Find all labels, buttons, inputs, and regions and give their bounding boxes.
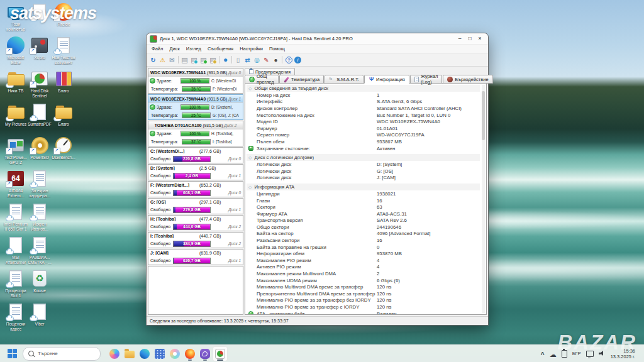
minimize-button[interactable]: – [455, 34, 465, 43]
disk-detect-icon[interactable] [180, 55, 189, 65]
tab-log[interactable]: Журнал (Log) [410, 75, 442, 84]
overlay-badge-icon [6, 116, 14, 121]
maximize-button[interactable]: □ [465, 34, 475, 43]
menu-item[interactable]: Помощ [266, 46, 288, 52]
volume-icon[interactable] [599, 351, 606, 356]
clock-date: 13.3.2025 г. [611, 354, 635, 359]
overlay-badge-icon [6, 216, 14, 221]
titlebar[interactable]: Диск 1, WDC WD10EZEX-75WN4A0 [WD-WCC6Y7C… [147, 33, 488, 45]
disk-item[interactable]: WDC WD10EZEX-75WN4A1 (931,5 GB) Диск 0 З… [148, 68, 243, 94]
desktop-icon[interactable]: Искрен Иванов... [28, 201, 52, 234]
close-button[interactable]: × [475, 34, 485, 43]
desktop-icon[interactable]: Този компютър [4, 1, 28, 35]
edge-icon[interactable] [137, 346, 152, 361]
gpu-icon [6, 136, 25, 155]
partition-item[interactable]: F: [WesternDigit...] (653,2 GB) Свободно… [148, 181, 243, 197]
start-button[interactable] [8, 349, 18, 359]
section-title: Диск с логически дял(ове) [254, 155, 314, 160]
info-value: D: [System] [377, 162, 402, 167]
usb-device-icon[interactable] [562, 350, 567, 358]
network-icon[interactable] [252, 55, 262, 65]
desktop-icon[interactable]: Пощенски адрес [4, 301, 28, 334]
online-globe-icon[interactable] [221, 55, 230, 65]
firefox-icon[interactable] [182, 346, 197, 361]
taskbar-search-input[interactable]: Търсене [23, 347, 101, 361]
desktop-icon[interactable]: За екран хардуера... [28, 168, 52, 201]
desktop-icon[interactable]: Благо [52, 101, 75, 134]
menu-item[interactable]: Съобщения [204, 46, 236, 52]
desktop-icon[interactable]: РАЗШИА... СМЕТКА - ... [28, 234, 52, 268]
paint-icon[interactable] [167, 346, 182, 361]
partition-item[interactable]: G: [OS] (297,1 GB) Свободно 279,8 GB Дис… [148, 198, 243, 214]
desktop-icon[interactable]: PowerISO [28, 134, 52, 168]
language-indicator[interactable]: БГР [572, 351, 581, 356]
desktop-icon[interactable]: SumatraPDF [28, 101, 52, 134]
disk-item[interactable]: TOSHIBA DT01ACA100 (931,5 GB) Диск 2 Здр… [148, 121, 243, 146]
tray-chevron-icon[interactable] [541, 348, 545, 359]
network-icon[interactable] [586, 351, 594, 357]
settings-icon[interactable] [271, 55, 280, 65]
desktop-icon[interactable]: Xqpro [28, 35, 52, 68]
menu-item[interactable]: Диск [166, 46, 182, 52]
clipboard-icon[interactable] [233, 55, 243, 65]
help-icon[interactable] [286, 57, 292, 63]
desktop-icon[interactable]: Firefox [52, 1, 75, 35]
desktop-icon[interactable]: Viber [28, 301, 52, 334]
desktop-icon[interactable]: TechPowe... GPU-Z [4, 134, 28, 168]
desktop-icon[interactable] [28, 1, 52, 35]
disk-test-icon[interactable] [189, 55, 199, 65]
toolbar [147, 53, 488, 67]
partition-item[interactable]: D: [System] (2,5 GB) Свободно 2,4 GB Дис… [148, 164, 243, 180]
menu-item[interactable]: Файл [148, 46, 166, 52]
desktop-icon[interactable]: AIDA64 Extrem... [4, 168, 28, 201]
desktop-icon[interactable]: Процесори Slot 1 [4, 268, 28, 301]
desktop-icon[interactable]: My Pictures [4, 101, 28, 134]
alert-icon[interactable] [158, 55, 167, 65]
desktop-icon[interactable]: Благо [52, 68, 75, 101]
desktop-icon[interactable]: Microsoft Edge [4, 35, 28, 68]
desktop-icon[interactable]: Intel Pentium II 650 Slot 1 [4, 201, 28, 234]
desktop-icon[interactable]: Ники ТВ [4, 68, 28, 101]
menu-item[interactable]: Настройки [236, 46, 266, 52]
partition-disk-number: Диск 2 [211, 224, 241, 229]
disk-item[interactable]: WDC WD10EZEX-75WN4A0 (931,5 GB) Диск 1 З… [148, 94, 243, 120]
tab-overview[interactable]: Общ преглед [245, 75, 279, 84]
partition-item[interactable]: I: [Toshiba] (440,7 GB) Свободно 384,9 G… [148, 232, 243, 248]
free-space-value: 2,4 GB [186, 173, 199, 178]
info-bubble-icon[interactable] [294, 57, 301, 63]
menu-item[interactable]: Изглед [183, 46, 204, 52]
partition-item[interactable]: J: [CAM] (631,9 GB) Свободно 626,7 GB Ди… [148, 249, 243, 265]
scrollbar-thumb[interactable] [482, 91, 485, 140]
taskbar-clock[interactable]: 15:36 13.3.2025 г. [611, 348, 635, 359]
hard-disk-sentinel-icon[interactable] [213, 346, 228, 361]
pc-edit-icon[interactable] [262, 55, 271, 65]
partition-item[interactable]: H: [Toshiba] (477,4 GB) Свободно 444,0 G… [148, 215, 243, 231]
disk-search-icon[interactable] [208, 55, 218, 65]
tab-information[interactable]: Информация [364, 75, 409, 84]
partition-item[interactable]: C: [WesternDi...] (277,6 GB) Свободно 22… [148, 147, 243, 163]
info-row: Максимален UDMA режим 6 Gbps (6) [247, 277, 480, 284]
tab-performance[interactable]: Бързодействие [443, 75, 492, 84]
viber-icon[interactable] [197, 346, 213, 361]
desktop-icon[interactable]: Hard Disk Sentinel [28, 68, 52, 101]
sync-icon[interactable] [243, 55, 252, 65]
report-mail-icon[interactable] [167, 55, 177, 65]
desktop-icon[interactable]: Кошче [28, 268, 52, 301]
copilot-icon[interactable] [107, 346, 122, 361]
textdoc-icon [30, 236, 49, 255]
tab-temperature[interactable]: Температура [279, 75, 324, 84]
desktop-icon[interactable]: Нов Текстов документ [52, 35, 75, 68]
file-explorer-icon[interactable] [122, 346, 137, 361]
scrollbar[interactable] [482, 85, 485, 313]
info-value: SATA Rev 2.6 [377, 217, 407, 223]
textdoc-icon [54, 36, 73, 55]
disk-ok-icon[interactable] [199, 55, 208, 65]
calculator-icon[interactable] [152, 346, 167, 361]
onedrive-cloud-icon[interactable] [550, 348, 557, 359]
info-value: 120 ns [377, 304, 391, 310]
desktop-icon[interactable]: MSI Afterburner [4, 234, 28, 268]
desktop-icon[interactable]: UserBench... [52, 134, 75, 168]
tab-smart[interactable]: S.M.A.R.T. [325, 75, 364, 84]
disk-temp-row: Температура: 37 °C I: [Toshiba] [148, 138, 243, 146]
refresh-icon[interactable] [148, 55, 158, 65]
